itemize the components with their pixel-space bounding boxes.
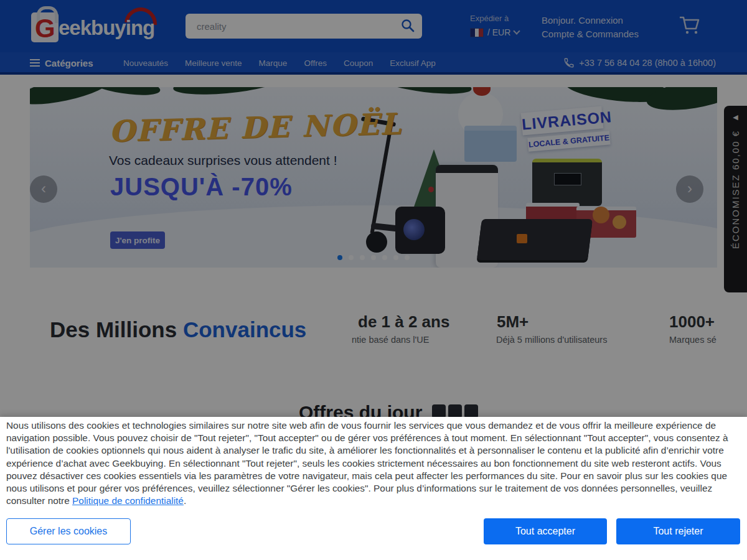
cookie-consent-text: Nous utilisons des cookies et technologi…	[6, 419, 738, 507]
privacy-policy-link[interactable]: Politique de confidentialité	[72, 495, 184, 506]
reject-all-button[interactable]: Tout rejeter	[616, 518, 740, 544]
accept-all-button[interactable]: Tout accepter	[484, 518, 607, 544]
cookie-text-period: .	[184, 495, 186, 506]
cookie-text-body: Nous utilisons des cookies et technologi…	[6, 420, 728, 506]
manage-cookies-button[interactable]: Gérer les cookies	[6, 518, 131, 544]
cookie-consent-banner: Nous utilisons des cookies et technologi…	[0, 417, 747, 560]
